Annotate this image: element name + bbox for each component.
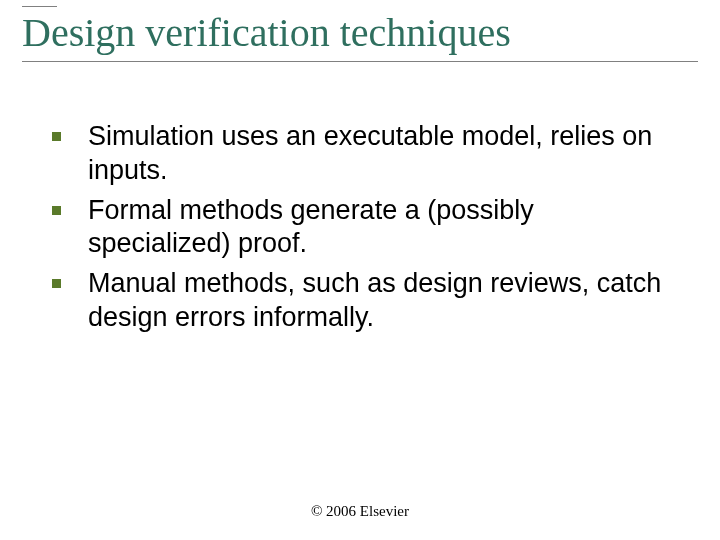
list-item-text: Manual methods, such as design reviews, … (88, 268, 661, 332)
list-item: Manual methods, such as design reviews, … (40, 267, 680, 335)
square-bullet-icon (52, 132, 61, 141)
title-top-rule (22, 6, 57, 7)
list-item-text: Formal methods generate a (possibly spec… (88, 195, 534, 259)
title-underline (22, 61, 698, 62)
footer-copyright: © 2006 Elsevier (0, 503, 720, 520)
square-bullet-icon (52, 206, 61, 215)
bullet-list: Simulation uses an executable model, rel… (40, 120, 680, 335)
title-region: Design verification techniques (22, 6, 698, 62)
slide: Design verification techniques Simulatio… (0, 0, 720, 540)
square-bullet-icon (52, 279, 61, 288)
list-item: Formal methods generate a (possibly spec… (40, 194, 680, 262)
list-item-text: Simulation uses an executable model, rel… (88, 121, 652, 185)
body-region: Simulation uses an executable model, rel… (40, 120, 680, 341)
list-item: Simulation uses an executable model, rel… (40, 120, 680, 188)
slide-title: Design verification techniques (22, 11, 698, 55)
